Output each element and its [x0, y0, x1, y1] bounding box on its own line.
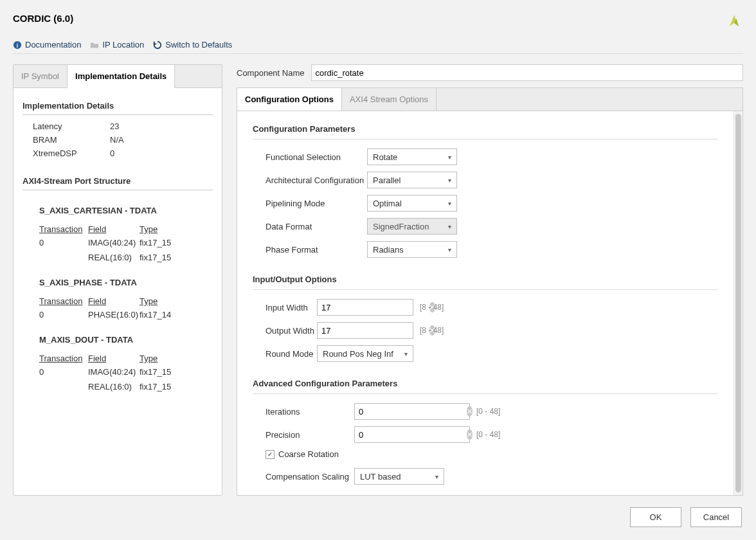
config-params-heading: Configuration Parameters — [253, 124, 718, 140]
port-title: S_AXIS_PHASE - TDATA — [39, 278, 213, 287]
port-structure-heading: AXI4-Stream Port Structure — [22, 176, 213, 190]
col-transaction: Transaction — [39, 224, 88, 234]
col-field: Field — [88, 224, 140, 234]
component-name-input[interactable] — [311, 64, 744, 81]
precision-range: [0 - 48] — [476, 430, 500, 439]
latency-value: 23 — [110, 122, 119, 131]
col-type: Type — [140, 224, 184, 234]
comp-scaling-label: Compensation Scaling — [266, 472, 354, 482]
output-width-range: [8 - 48] — [420, 326, 444, 335]
adv-config-heading: Advanced Configuration Parameters — [253, 379, 718, 394]
input-width-label: Input Width — [266, 303, 317, 312]
arch-config-label: Architectural Configuration — [266, 176, 367, 185]
bram-label: BRAM — [33, 135, 110, 145]
tab-axi4-stream-options[interactable]: AXI4 Stream Options — [342, 88, 437, 111]
right-panel: Component Name Configuration Options AXI… — [237, 64, 743, 496]
data-format-select: SignedFraction▾ — [367, 218, 457, 235]
port-cell: fix17_15 — [140, 367, 184, 377]
folder-icon — [90, 40, 99, 50]
xtremedsp-value: 0 — [110, 148, 114, 158]
svg-text:i: i — [17, 42, 18, 48]
chevron-down-icon: ▾ — [448, 154, 451, 161]
cancel-button[interactable]: Cancel — [690, 507, 742, 527]
precision-input[interactable] — [359, 430, 467, 440]
pipelining-mode-select[interactable]: Optimal▾ — [367, 195, 457, 212]
pipelining-mode-label: Pipelining Mode — [266, 199, 367, 208]
port-cell: 0 — [39, 310, 88, 320]
port-cell: IMAG(40:24) — [88, 367, 140, 377]
output-width-input[interactable] — [321, 326, 429, 336]
coarse-rotation-checkbox[interactable]: ✓ — [266, 450, 274, 459]
switch-defaults-link[interactable]: Switch to Defaults — [153, 40, 232, 50]
comp-scaling-select[interactable]: LUT based▾ — [354, 468, 444, 485]
refresh-icon — [153, 40, 162, 50]
port-cell: REAL(16:0) — [88, 382, 140, 392]
vendor-logo-icon — [725, 13, 743, 31]
iterations-field-wrap: ✕ — [354, 403, 470, 420]
port-cell — [39, 382, 88, 392]
documentation-label: Documentation — [25, 40, 81, 50]
info-icon: i — [13, 40, 22, 50]
clear-icon[interactable]: ✕ — [467, 429, 473, 440]
dialog-title: CORDIC (6.0) — [13, 13, 73, 24]
round-mode-select[interactable]: Round Pos Neg Inf▾ — [317, 345, 413, 362]
arch-config-select[interactable]: Parallel▾ — [367, 172, 457, 188]
clear-icon[interactable]: ✕ — [467, 406, 473, 417]
ip-location-label: IP Location — [102, 40, 144, 50]
col-transaction: Transaction — [39, 296, 88, 306]
left-panel: IP Symbol Implementation Details Impleme… — [13, 64, 222, 496]
component-name-label: Component Name — [237, 68, 305, 78]
input-width-range: [8 - 48] — [420, 303, 444, 312]
input-width-input[interactable] — [321, 303, 429, 312]
data-format-label: Data Format — [266, 222, 367, 231]
input-width-field-wrap: ✕ — [317, 299, 413, 316]
toolbar: i Documentation IP Location Switch to De… — [13, 40, 743, 54]
round-mode-label: Round Mode — [266, 349, 317, 359]
tab-implementation-details[interactable]: Implementation Details — [68, 65, 175, 88]
chevron-down-icon: ▾ — [448, 200, 451, 207]
port-cell: 0 — [39, 367, 88, 377]
port-cell — [39, 253, 88, 262]
functional-selection-label: Functional Selection — [266, 152, 367, 162]
port-cell: fix17_15 — [140, 238, 184, 248]
precision-label: Precision — [266, 430, 354, 440]
bram-value: N/A — [110, 135, 124, 145]
chevron-down-icon: ▾ — [448, 223, 451, 230]
col-type: Type — [140, 354, 184, 363]
scrollbar-thumb[interactable] — [735, 114, 741, 492]
port-cell: fix17_15 — [140, 253, 184, 262]
vertical-scrollbar[interactable] — [734, 111, 742, 495]
col-field: Field — [88, 296, 140, 306]
documentation-link[interactable]: i Documentation — [13, 40, 81, 50]
iterations-input[interactable] — [359, 407, 467, 417]
port-cell: REAL(16:0) — [88, 253, 140, 262]
functional-selection-select[interactable]: Rotate▾ — [367, 148, 457, 165]
io-options-heading: Input/Output Options — [253, 274, 718, 290]
ip-location-link[interactable]: IP Location — [90, 40, 144, 50]
coarse-rotation-label: Coarse Rotation — [278, 449, 339, 459]
output-width-field-wrap: ✕ — [317, 322, 413, 339]
switch-defaults-label: Switch to Defaults — [165, 40, 232, 50]
port-title: M_AXIS_DOUT - TDATA — [39, 335, 213, 345]
port-cell: PHASE(16:0) — [88, 310, 140, 320]
phase-format-label: Phase Format — [266, 245, 367, 255]
iterations-label: Iterations — [266, 407, 354, 417]
col-transaction: Transaction — [39, 354, 88, 363]
port-cell: fix17_14 — [140, 310, 184, 320]
tab-configuration-options[interactable]: Configuration Options — [237, 88, 342, 111]
port-title: S_AXIS_CARTESIAN - TDATA — [39, 206, 213, 215]
port-cell: 0 — [39, 238, 88, 248]
tab-ip-symbol[interactable]: IP Symbol — [14, 65, 68, 87]
phase-format-select[interactable]: Radians▾ — [367, 241, 457, 258]
precision-field-wrap: ✕ — [354, 426, 470, 443]
xtremedsp-label: XtremeDSP — [33, 148, 110, 158]
ok-button[interactable]: OK — [630, 507, 681, 527]
iterations-range: [0 - 48] — [476, 407, 500, 416]
chevron-down-icon: ▾ — [448, 246, 451, 253]
port-cell: fix17_15 — [140, 382, 184, 392]
port-cell: IMAG(40:24) — [88, 238, 140, 248]
latency-label: Latency — [33, 122, 110, 131]
col-field: Field — [88, 354, 140, 363]
impl-details-heading: Implementation Details — [22, 101, 213, 115]
chevron-down-icon: ▾ — [448, 177, 451, 184]
